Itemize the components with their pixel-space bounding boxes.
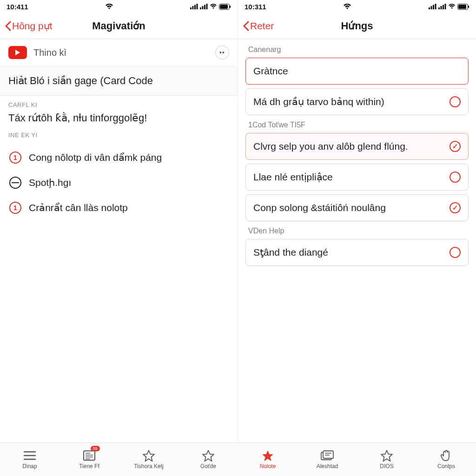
tab-dios[interactable]: DIOS	[357, 443, 416, 476]
section-label: CARFL KI	[0, 96, 238, 110]
video-title: Thino kì	[33, 47, 209, 58]
option-row[interactable]: Conp solong &stáitiôń noulâng	[245, 194, 469, 221]
wifi-icon-2	[448, 4, 456, 9]
signal-icon	[429, 4, 436, 9]
tab-label: Nolote	[260, 463, 276, 469]
svg-rect-11	[429, 7, 430, 9]
option-text: Llae nlé entịpliậce	[253, 172, 333, 183]
wifi-icon	[343, 4, 351, 10]
svg-rect-6	[204, 5, 205, 10]
option-text: Clvrg selp you anv alôb glend flúng.	[253, 141, 408, 152]
screen-left: 10:411 Hông pựt Magivatiớn Thino kì •• H	[0, 0, 238, 443]
number-bullet: 1	[9, 202, 21, 214]
tab-badge: 09	[91, 446, 100, 451]
page-title: Magivatiớn	[92, 20, 145, 32]
tab-label: Contps	[437, 463, 455, 469]
tab-contps[interactable]: Contps	[416, 443, 476, 476]
chevron-left-icon	[5, 21, 11, 31]
video-card[interactable]: Thino kì ••	[0, 39, 238, 66]
battery-icon	[457, 4, 469, 10]
svg-rect-17	[443, 5, 444, 10]
svg-rect-21	[468, 6, 469, 8]
signal-icon-2	[200, 4, 208, 9]
numbered-list: 1 Cong nôlotp di vân dẩmk páng Spotḩ.hgı…	[0, 140, 238, 225]
tab-aleshtad[interactable]: Aleshtad	[298, 443, 357, 476]
svg-rect-3	[197, 4, 198, 9]
list-item[interactable]: 1 Crảnrẩt cân llàs nolotp	[0, 195, 238, 220]
tab-bar: Dinap 09 Tiene Ff Tishora Ketj Goťde Nol…	[0, 443, 476, 476]
radio-icon[interactable]	[450, 96, 461, 107]
option-row[interactable]: Llae nlé entịpliậce	[245, 164, 469, 191]
tab-tiene[interactable]: 09 Tiene Ff	[60, 443, 119, 476]
tab-label: Dinap	[22, 463, 37, 469]
list-heading[interactable]: Hiảt Bló i siần gage (Card Code	[0, 66, 238, 96]
radio-icon[interactable]	[450, 247, 461, 258]
svg-rect-0	[190, 7, 192, 9]
tab-tishora[interactable]: Tishora Ketj	[119, 443, 178, 476]
circle-icon	[9, 177, 21, 189]
option-row[interactable]: Sƫând the diangé	[245, 239, 469, 266]
options-list: Canenarg Gràtnce Má dh grầụ tarvo bảnq w…	[238, 39, 476, 266]
card-icon	[321, 450, 334, 462]
tab-label: DIOS	[380, 463, 393, 469]
back-label: Hông pựt	[12, 20, 53, 32]
tab-label: Aleshtad	[317, 463, 338, 469]
svg-rect-16	[441, 6, 442, 9]
headline: Táx rứtôh ƙằ, nƚu tinforggolẽg!	[0, 110, 238, 126]
status-time: 10:311	[245, 3, 266, 11]
list-item[interactable]: 1 Cong nôlotp di vân dẩmk páng	[0, 145, 238, 170]
radio-checked-icon[interactable]	[450, 141, 461, 152]
option-input[interactable]: Gràtnce	[245, 58, 469, 85]
page-title: Hứngs	[341, 20, 373, 32]
battery-icon	[219, 4, 231, 10]
tab-label: Tiene Ff	[79, 463, 99, 469]
option-text: Gràtnce	[253, 66, 288, 77]
nav-bar-left: Hông pựt Magivatiớn	[0, 13, 238, 39]
more-button[interactable]: ••	[215, 46, 229, 60]
svg-rect-1	[192, 6, 194, 9]
status-time: 10:411	[7, 3, 28, 11]
svg-rect-2	[194, 5, 196, 10]
tab-dinap[interactable]: Dinap	[0, 443, 60, 476]
nav-bar-right: Reter Hứngs	[238, 13, 476, 39]
tab-gofde[interactable]: Goťde	[178, 443, 238, 476]
svg-rect-18	[445, 4, 446, 9]
tab-nolote[interactable]: Nolote	[238, 443, 298, 476]
wifi-icon	[105, 4, 113, 10]
tab-label: Tishora Ketj	[134, 463, 164, 469]
list-item[interactable]: Spotḩ.hgı	[0, 170, 238, 195]
svg-rect-5	[202, 6, 204, 9]
svg-rect-13	[433, 5, 434, 10]
screen-right: 10:311 Reter Hứngs Canenarg Gràtnce	[238, 0, 476, 443]
option-row[interactable]: Clvrg selp you anv alôb glend flúng.	[245, 133, 469, 160]
status-right	[190, 4, 231, 10]
signal-icon	[190, 4, 198, 9]
list-item-text: Cong nôlotp di vân dẩmk páng	[29, 152, 162, 163]
svg-rect-10	[230, 6, 231, 8]
hamburger-icon	[24, 450, 36, 462]
svg-rect-4	[200, 7, 201, 9]
group-label: VDen Help	[245, 225, 469, 235]
group-label: Canenarg	[245, 44, 469, 54]
section-label-2: INE EK YI	[0, 126, 238, 140]
star-filled-icon	[262, 450, 274, 462]
star-icon	[143, 450, 155, 462]
svg-rect-20	[458, 5, 466, 9]
back-button[interactable]: Hông pựt	[5, 20, 53, 32]
radio-icon[interactable]	[450, 172, 461, 183]
option-text: Sƫând the diangé	[253, 247, 328, 258]
play-icon	[8, 46, 27, 59]
back-label: Reter	[250, 20, 274, 32]
number-bullet: 1	[9, 152, 21, 164]
signal-icon-2	[438, 4, 446, 9]
group-label: 1Cod Toťwe TI5F	[245, 119, 469, 129]
svg-rect-9	[220, 5, 228, 9]
radio-checked-icon[interactable]	[450, 202, 461, 213]
status-bar-right: 10:311	[238, 0, 476, 13]
chevron-left-icon	[243, 21, 249, 31]
option-row[interactable]: Má dh grầụ tarvo bảnq within)	[245, 88, 469, 115]
svg-rect-24	[323, 451, 333, 458]
star-icon	[381, 450, 393, 462]
list-item-text: Crảnrẩt cân llàs nolotp	[29, 202, 128, 213]
back-button[interactable]: Reter	[243, 20, 274, 32]
